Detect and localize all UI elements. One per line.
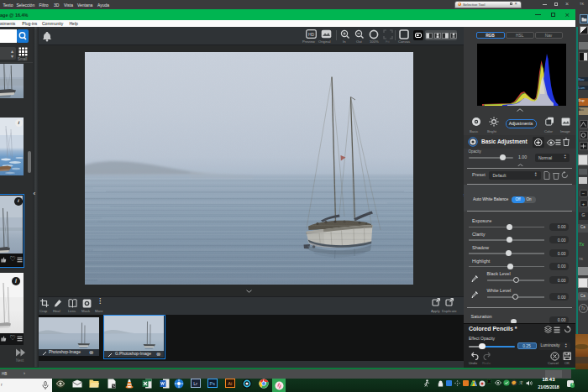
svg-text:HD: HD: [308, 32, 315, 37]
